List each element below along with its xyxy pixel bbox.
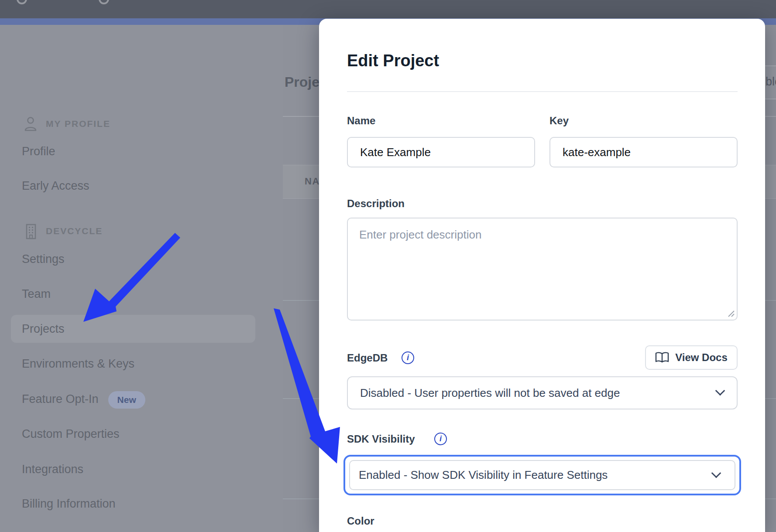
top-navigation-bar [0, 0, 776, 18]
edit-project-modal: Edit Project Name Key Description EdgeDB… [319, 19, 765, 532]
sidebar-item-early-access[interactable]: Early Access [22, 177, 89, 194]
sdk-visibility-info-icon[interactable]: i [434, 433, 447, 445]
header-logo-fragment-icon [99, 0, 109, 4]
edgedb-info-icon[interactable]: i [402, 351, 414, 364]
new-badge: New [108, 391, 145, 409]
chevron-down-icon [711, 468, 721, 478]
sidebar-section-my-profile: MY PROFILE [46, 117, 110, 130]
sdk-visibility-select-inner: Enabled - Show SDK Visibility in Feature… [349, 460, 735, 490]
edgedb-label: EdgeDB [347, 351, 388, 365]
sidebar-item-custom-properties[interactable]: Custom Properties [22, 426, 120, 442]
modal-title-divider [347, 91, 738, 92]
sidebar-item-environments-keys[interactable]: Environments & Keys [22, 355, 134, 372]
key-input[interactable] [549, 137, 738, 167]
person-icon [24, 117, 37, 132]
screen: MY PROFILE Profile Early Access DEVCYCLE… [0, 0, 776, 532]
background-button-label: ble [766, 75, 776, 89]
book-icon [655, 352, 669, 363]
key-label: Key [549, 114, 569, 127]
description-label: Description [347, 197, 405, 210]
chevron-down-icon [715, 386, 725, 396]
sdk-visibility-select[interactable]: Enabled - Show SDK Visibility in Feature… [343, 455, 741, 495]
description-textarea[interactable] [347, 218, 738, 321]
view-docs-button[interactable]: View Docs [645, 345, 738, 370]
settings-sidebar: MY PROFILE Profile Early Access DEVCYCLE… [0, 25, 283, 532]
name-input[interactable] [347, 137, 535, 167]
edgedb-select[interactable]: Disabled - User properties will not be s… [347, 376, 738, 409]
sidebar-item-settings[interactable]: Settings [22, 251, 65, 267]
color-label: Color [347, 515, 374, 528]
edgedb-select-value: Disabled - User properties will not be s… [360, 386, 620, 400]
name-label: Name [347, 114, 375, 127]
sidebar-item-team[interactable]: Team [22, 286, 51, 302]
page-title: Proje [285, 74, 319, 90]
modal-title: Edit Project [347, 51, 439, 70]
sdk-visibility-select-value: Enabled - Show SDK Visibility in Feature… [359, 468, 608, 482]
table-column-name: NA [305, 176, 320, 187]
sidebar-item-feature-opt-in[interactable]: Feature Opt-InNew [22, 391, 145, 407]
sidebar-item-projects[interactable]: Projects [11, 315, 255, 343]
sidebar-item-integrations[interactable]: Integrations [22, 461, 83, 477]
view-docs-label: View Docs [675, 351, 728, 364]
header-logo-fragment-icon [17, 0, 27, 4]
building-icon [24, 224, 38, 239]
sidebar-item-profile[interactable]: Profile [22, 143, 55, 160]
sidebar-item-billing-information[interactable]: Billing Information [22, 495, 116, 512]
sidebar-item-label: Feature Opt-In [22, 392, 99, 406]
sdk-visibility-label: SDK Visibility [347, 433, 415, 446]
sidebar-section-devcycle: DEVCYCLE [46, 225, 103, 238]
